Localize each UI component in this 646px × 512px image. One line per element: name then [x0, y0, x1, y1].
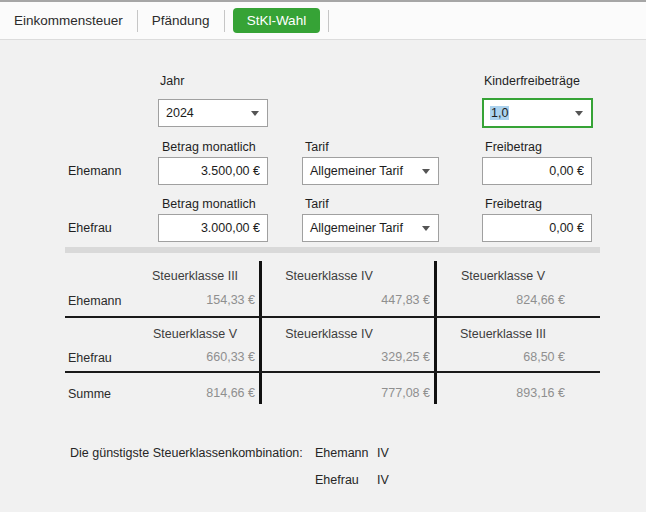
tab-pfaendung[interactable]: Pfändung	[138, 13, 224, 28]
tab-bar: Einkommensteuer Pfändung StKl-Wahl	[0, 0, 646, 40]
chevron-down-icon	[422, 169, 430, 174]
ehefrau-row-label: Ehefrau	[68, 221, 112, 235]
table-value-ehefrau-col1: 660,33 €	[100, 350, 255, 364]
best-combination-class-1: IV	[377, 446, 389, 460]
table-value-ehefrau-col3: 68,50 €	[410, 350, 565, 364]
ehemann-row-label: Ehemann	[68, 164, 122, 178]
freibetrag-label-ehefrau: Freibetrag	[485, 197, 542, 211]
tarif-select-ehemann[interactable]: Allgemeiner Tarif	[302, 157, 439, 185]
tarif-value-ehemann: Allgemeiner Tarif	[310, 164, 403, 178]
kinderfreibetraege-value: 1,0	[490, 106, 509, 120]
freibetrag-input-ehemann[interactable]	[482, 157, 592, 185]
tarif-label-ehefrau: Tarif	[305, 197, 329, 211]
table-value-ehemann-col1: 154,33 €	[100, 293, 255, 307]
tab-separator	[224, 10, 225, 32]
table-value-ehefrau-col2: 329,25 €	[275, 350, 430, 364]
best-combination-person-1: Ehemann	[315, 446, 369, 460]
table-header-ehefrau-col2: Steuerklasse IV	[254, 327, 404, 341]
jahr-label: Jahr	[160, 74, 184, 88]
table-header-ehemann-col1: Steuerklasse III	[120, 269, 270, 283]
table-header-ehemann-col2: Steuerklasse IV	[254, 269, 404, 283]
betrag-monatlich-label-ehemann: Betrag monatlich	[162, 140, 256, 154]
table-header-ehefrau-col1: Steuerklasse V	[120, 327, 270, 341]
section-divider	[65, 247, 600, 253]
table-value-ehemann-col3: 824,66 €	[410, 293, 565, 307]
table-header-ehefrau-col3: Steuerklasse III	[428, 327, 578, 341]
tab-stkl-wahl[interactable]: StKl-Wahl	[233, 8, 321, 33]
chevron-down-icon	[251, 111, 259, 116]
stkl-wahl-window: Einkommensteuer Pfändung StKl-Wahl Jahr …	[0, 0, 646, 512]
best-combination-label: Die günstigste Steuerklassenkombination:	[70, 446, 303, 460]
kinderfreibetraege-label: Kinderfreibeträge	[484, 74, 580, 88]
betrag-monatlich-label-ehefrau: Betrag monatlich	[162, 197, 256, 211]
chevron-down-icon	[422, 226, 430, 231]
table-header-ehemann-col3: Steuerklasse V	[428, 269, 578, 283]
tarif-label-ehemann: Tarif	[305, 140, 329, 154]
table-value-summe-col3: 893,16 €	[410, 386, 565, 400]
table-value-summe-col2: 777,08 €	[275, 386, 430, 400]
jahr-select[interactable]: 2024	[158, 99, 268, 127]
freibetrag-label-ehemann: Freibetrag	[485, 140, 542, 154]
betrag-monatlich-input-ehefrau[interactable]	[158, 214, 268, 242]
table-row-rule	[65, 316, 600, 318]
tarif-value-ehefrau: Allgemeiner Tarif	[310, 221, 403, 235]
chevron-down-icon	[575, 111, 583, 116]
table-value-ehemann-col2: 447,83 €	[275, 293, 430, 307]
tab-separator	[328, 10, 329, 32]
table-value-summe-col1: 814,66 €	[100, 386, 255, 400]
best-combination-person-2: Ehefrau	[315, 473, 359, 487]
betrag-monatlich-input-ehemann[interactable]	[158, 157, 268, 185]
best-combination-class-2: IV	[377, 473, 389, 487]
kinderfreibetraege-select[interactable]: 1,0	[482, 98, 593, 128]
tab-einkommensteuer[interactable]: Einkommensteuer	[0, 13, 137, 28]
freibetrag-input-ehefrau[interactable]	[482, 214, 592, 242]
tarif-select-ehefrau[interactable]: Allgemeiner Tarif	[302, 214, 439, 242]
table-row-rule	[65, 371, 600, 373]
jahr-value: 2024	[166, 106, 194, 120]
